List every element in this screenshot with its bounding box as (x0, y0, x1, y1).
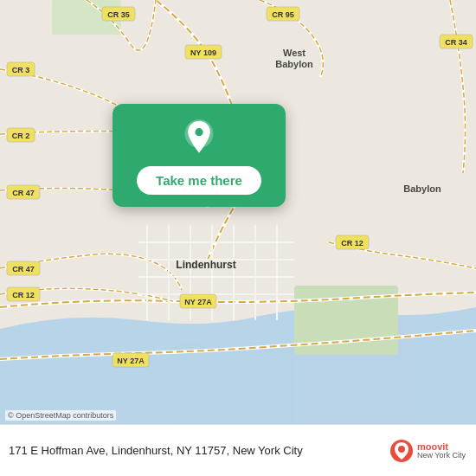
svg-text:NY 109: NY 109 (190, 48, 216, 57)
moovit-icon (389, 439, 414, 463)
location-popup: Take me there (113, 104, 286, 207)
svg-text:Babylon: Babylon (403, 183, 441, 194)
svg-text:NY 27A: NY 27A (117, 357, 145, 365)
svg-text:CR 95: CR 95 (272, 10, 294, 19)
svg-point-46 (398, 446, 405, 453)
svg-text:CR 35: CR 35 (107, 10, 130, 19)
address-text: 171 E Hoffman Ave, Lindenhurst, NY 11757… (9, 444, 389, 457)
svg-text:CR 34: CR 34 (445, 38, 467, 47)
svg-text:CR 12: CR 12 (12, 291, 35, 299)
svg-point-44 (195, 128, 203, 136)
svg-text:West: West (283, 48, 306, 58)
svg-text:NY 27A: NY 27A (184, 298, 212, 306)
svg-text:CR 47: CR 47 (12, 265, 35, 273)
svg-text:CR 47: CR 47 (12, 189, 35, 197)
svg-text:CR 12: CR 12 (341, 239, 363, 248)
moovit-city: New York City (417, 452, 466, 460)
moovit-brand: moovit (417, 441, 466, 452)
svg-text:Lindenhurst: Lindenhurst (176, 259, 235, 271)
moovit-label: moovit New York City (417, 441, 466, 460)
take-me-there-button[interactable]: Take me there (137, 166, 261, 195)
map-container: CR 95 CR 35 CR 34 CR 3 CR 2 CR 47 CR 47 … (0, 0, 476, 424)
moovit-logo: moovit New York City (389, 439, 466, 463)
svg-text:CR 2: CR 2 (12, 132, 30, 140)
svg-text:Babylon: Babylon (275, 59, 313, 69)
svg-text:CR 3: CR 3 (12, 66, 30, 74)
app: CR 95 CR 35 CR 34 CR 3 CR 2 CR 47 CR 47 … (0, 0, 476, 476)
map-background: CR 95 CR 35 CR 34 CR 3 CR 2 CR 47 CR 47 … (0, 0, 476, 424)
map-attribution: © OpenStreetMap contributors (5, 410, 116, 421)
location-pin-icon (180, 119, 218, 158)
bottom-bar: 171 E Hoffman Ave, Lindenhurst, NY 11757… (0, 424, 476, 476)
